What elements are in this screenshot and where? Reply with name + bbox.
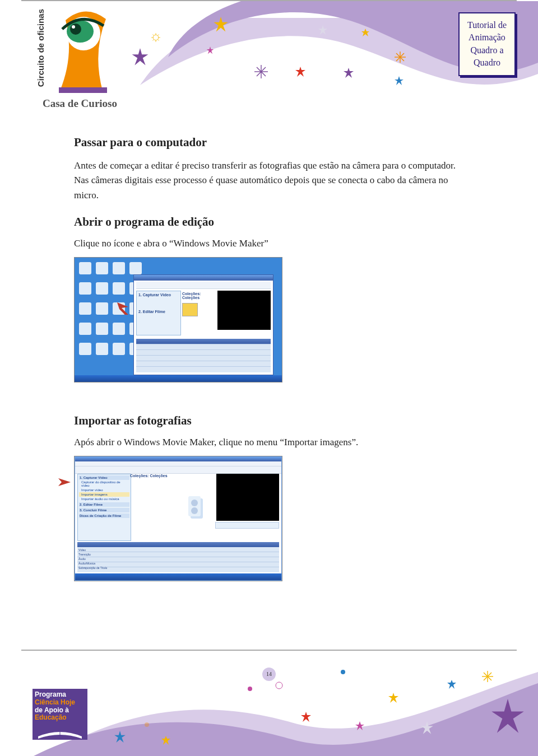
section-heading: Importar as fotografias: [74, 414, 464, 428]
screenshot-desktop-wmm: 1. Capturar Vídeo 2. Editar Filme Coleçõ…: [74, 257, 282, 382]
sidebar-logo-text: Circuito de oficinas: [36, 9, 45, 87]
wmm-window: 1. Capturar Vídeo 2. Editar Filme Coleçõ…: [133, 274, 273, 375]
title-line: Quadro a: [467, 44, 507, 57]
footer-wave-front: [34, 678, 538, 756]
footer-program-logo: Programa Ciência Hoje de Apoio à Educaçã…: [33, 689, 87, 749]
logo-eye-keyhole-icon: [49, 7, 122, 99]
svg-rect-0: [59, 87, 107, 93]
page-footer: 14 Programa Ciência Hoje de Apoio à Educ…: [0, 650, 538, 756]
pointer-arrow-icon: [117, 302, 134, 315]
page: Circuito de oficinas Casa de Curioso Tut…: [0, 0, 538, 756]
svg-point-34: [191, 500, 198, 506]
svg-marker-30: [117, 302, 128, 315]
title-line: Animação: [467, 31, 507, 44]
title-line: Quadro: [467, 57, 507, 69]
section-paragraph: Antes de começar a editar é preciso tran…: [74, 158, 464, 203]
svg-marker-31: [58, 478, 71, 486]
taskbar: [75, 375, 282, 382]
screenshot-wmm-import: 1. Capturar Vídeo Capturar do dispositiv…: [74, 456, 282, 581]
svg-point-3: [70, 24, 81, 35]
svg-point-4: [72, 25, 75, 29]
section-heading: Passar para o computador: [74, 136, 464, 150]
pointer-arrow-icon: [58, 476, 75, 488]
tutorial-title-box: Tutorial de Animação Quadro a Quadro: [458, 12, 516, 76]
logo-caption: Casa de Curioso: [43, 97, 117, 110]
section-paragraph: Clique no ícone e abra o “Windows Movie …: [74, 238, 464, 249]
footer-rule: [21, 650, 517, 651]
title-line: Tutorial de: [467, 19, 507, 31]
page-header: Circuito de oficinas Casa de Curioso Tut…: [0, 1, 538, 119]
section-heading: Abrir o programa de edição: [74, 215, 464, 229]
svg-point-35: [191, 507, 198, 514]
section-paragraph: Após abrir o Windows Movie Maker, clique…: [74, 437, 464, 448]
content-area: Passar para o computador Antes de começa…: [0, 119, 538, 581]
